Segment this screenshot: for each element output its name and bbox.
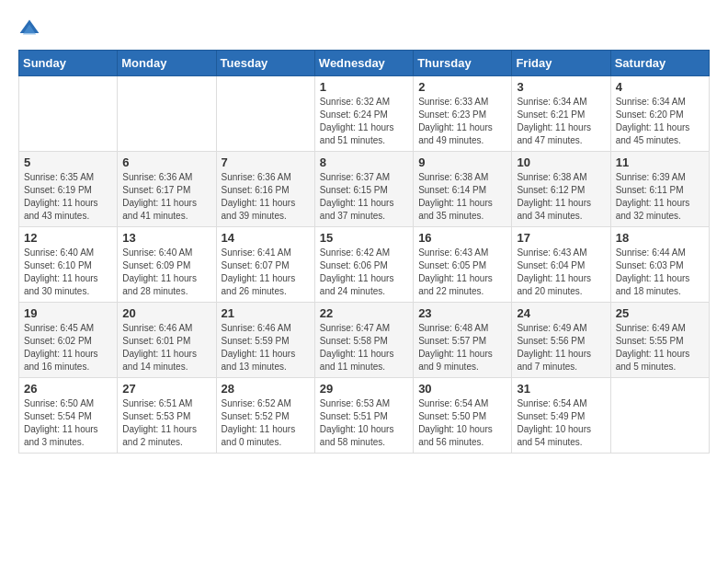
day-info: Sunrise: 6:38 AM Sunset: 6:14 PM Dayligh…: [418, 171, 506, 223]
day-of-week-header: Monday: [118, 51, 216, 76]
day-number: 9: [418, 155, 506, 169]
day-info: Sunrise: 6:41 AM Sunset: 6:07 PM Dayligh…: [222, 247, 310, 298]
day-number: 29: [320, 382, 408, 396]
calendar-cell: 21Sunrise: 6:46 AM Sunset: 5:59 PM Dayli…: [216, 303, 314, 378]
day-info: Sunrise: 6:36 AM Sunset: 6:16 PM Dayligh…: [222, 171, 310, 223]
calendar-cell: 7Sunrise: 6:36 AM Sunset: 6:16 PM Daylig…: [216, 152, 314, 227]
day-info: Sunrise: 6:40 AM Sunset: 6:09 PM Dayligh…: [122, 247, 210, 298]
day-info: Sunrise: 6:47 AM Sunset: 5:58 PM Dayligh…: [320, 322, 408, 373]
day-number: 13: [122, 231, 210, 245]
calendar-cell: 11Sunrise: 6:39 AM Sunset: 6:11 PM Dayli…: [610, 152, 709, 227]
calendar-cell: 16Sunrise: 6:43 AM Sunset: 6:05 PM Dayli…: [414, 227, 512, 303]
calendar-cell: 25Sunrise: 6:49 AM Sunset: 5:55 PM Dayli…: [610, 303, 709, 378]
day-info: Sunrise: 6:49 AM Sunset: 5:56 PM Dayligh…: [517, 322, 605, 373]
calendar-week-row: 1Sunrise: 6:32 AM Sunset: 6:24 PM Daylig…: [19, 76, 710, 152]
calendar-cell: [216, 76, 314, 152]
day-number: 5: [24, 155, 112, 169]
day-number: 21: [222, 306, 310, 320]
day-info: Sunrise: 6:34 AM Sunset: 6:21 PM Dayligh…: [517, 96, 605, 147]
calendar-cell: 6Sunrise: 6:36 AM Sunset: 6:17 PM Daylig…: [118, 152, 216, 227]
logo-icon: [18, 18, 40, 40]
calendar-cell: 19Sunrise: 6:45 AM Sunset: 6:02 PM Dayli…: [19, 303, 118, 378]
day-number: 8: [320, 155, 408, 169]
calendar-cell: 29Sunrise: 6:53 AM Sunset: 5:51 PM Dayli…: [314, 378, 413, 454]
day-number: 11: [616, 155, 704, 169]
calendar-cell: 24Sunrise: 6:49 AM Sunset: 5:56 PM Dayli…: [512, 303, 610, 378]
day-info: Sunrise: 6:39 AM Sunset: 6:11 PM Dayligh…: [616, 171, 704, 223]
day-info: Sunrise: 6:54 AM Sunset: 5:50 PM Dayligh…: [418, 397, 506, 449]
day-info: Sunrise: 6:36 AM Sunset: 6:17 PM Dayligh…: [122, 171, 210, 223]
calendar-cell: 8Sunrise: 6:37 AM Sunset: 6:15 PM Daylig…: [314, 152, 413, 227]
day-info: Sunrise: 6:43 AM Sunset: 6:04 PM Dayligh…: [517, 247, 605, 298]
page-header: [18, 18, 710, 40]
calendar-cell: 14Sunrise: 6:41 AM Sunset: 6:07 PM Dayli…: [216, 227, 314, 303]
calendar-cell: 26Sunrise: 6:50 AM Sunset: 5:54 PM Dayli…: [19, 378, 118, 454]
day-number: 1: [320, 80, 408, 94]
calendar-cell: 13Sunrise: 6:40 AM Sunset: 6:09 PM Dayli…: [118, 227, 216, 303]
day-number: 16: [418, 231, 506, 245]
day-number: 17: [517, 231, 605, 245]
day-number: 7: [222, 155, 310, 169]
day-of-week-header: Tuesday: [216, 51, 314, 76]
day-number: 31: [517, 382, 605, 396]
day-info: Sunrise: 6:44 AM Sunset: 6:03 PM Dayligh…: [616, 247, 704, 298]
calendar-cell: 15Sunrise: 6:42 AM Sunset: 6:06 PM Dayli…: [314, 227, 413, 303]
day-number: 19: [24, 306, 112, 320]
day-info: Sunrise: 6:50 AM Sunset: 5:54 PM Dayligh…: [24, 397, 112, 449]
calendar-cell: 22Sunrise: 6:47 AM Sunset: 5:58 PM Dayli…: [314, 303, 413, 378]
calendar-table: SundayMondayTuesdayWednesdayThursdayFrid…: [18, 50, 710, 454]
logo: [18, 18, 44, 40]
day-info: Sunrise: 6:35 AM Sunset: 6:19 PM Dayligh…: [24, 171, 112, 223]
day-info: Sunrise: 6:42 AM Sunset: 6:06 PM Dayligh…: [320, 247, 408, 298]
day-info: Sunrise: 6:32 AM Sunset: 6:24 PM Dayligh…: [320, 96, 408, 147]
day-of-week-header: Friday: [512, 51, 610, 76]
calendar-cell: 17Sunrise: 6:43 AM Sunset: 6:04 PM Dayli…: [512, 227, 610, 303]
day-number: 26: [24, 382, 112, 396]
calendar-week-row: 5Sunrise: 6:35 AM Sunset: 6:19 PM Daylig…: [19, 152, 710, 227]
day-number: 23: [418, 306, 506, 320]
calendar-cell: 18Sunrise: 6:44 AM Sunset: 6:03 PM Dayli…: [610, 227, 709, 303]
day-info: Sunrise: 6:51 AM Sunset: 5:53 PM Dayligh…: [122, 397, 210, 449]
calendar-cell: 12Sunrise: 6:40 AM Sunset: 6:10 PM Dayli…: [19, 227, 118, 303]
day-info: Sunrise: 6:40 AM Sunset: 6:10 PM Dayligh…: [24, 247, 112, 298]
calendar-cell: 1Sunrise: 6:32 AM Sunset: 6:24 PM Daylig…: [314, 76, 413, 152]
calendar-header-row: SundayMondayTuesdayWednesdayThursdayFrid…: [19, 51, 710, 76]
day-of-week-header: Sunday: [19, 51, 118, 76]
day-number: 14: [222, 231, 310, 245]
day-info: Sunrise: 6:54 AM Sunset: 5:49 PM Dayligh…: [517, 397, 605, 449]
day-number: 15: [320, 231, 408, 245]
day-number: 22: [320, 306, 408, 320]
day-number: 24: [517, 306, 605, 320]
day-number: 3: [517, 80, 605, 94]
day-of-week-header: Thursday: [414, 51, 512, 76]
day-of-week-header: Saturday: [610, 51, 709, 76]
day-number: 12: [24, 231, 112, 245]
calendar-cell: 20Sunrise: 6:46 AM Sunset: 6:01 PM Dayli…: [118, 303, 216, 378]
day-of-week-header: Wednesday: [314, 51, 413, 76]
day-info: Sunrise: 6:46 AM Sunset: 6:01 PM Dayligh…: [122, 322, 210, 373]
day-info: Sunrise: 6:53 AM Sunset: 5:51 PM Dayligh…: [320, 397, 408, 449]
calendar-cell: 3Sunrise: 6:34 AM Sunset: 6:21 PM Daylig…: [512, 76, 610, 152]
calendar-cell: 30Sunrise: 6:54 AM Sunset: 5:50 PM Dayli…: [414, 378, 512, 454]
day-info: Sunrise: 6:49 AM Sunset: 5:55 PM Dayligh…: [616, 322, 704, 373]
day-info: Sunrise: 6:33 AM Sunset: 6:23 PM Dayligh…: [418, 96, 506, 147]
calendar-week-row: 12Sunrise: 6:40 AM Sunset: 6:10 PM Dayli…: [19, 227, 710, 303]
calendar-cell: 10Sunrise: 6:38 AM Sunset: 6:12 PM Dayli…: [512, 152, 610, 227]
day-number: 27: [122, 382, 210, 396]
day-info: Sunrise: 6:43 AM Sunset: 6:05 PM Dayligh…: [418, 247, 506, 298]
calendar-cell: 31Sunrise: 6:54 AM Sunset: 5:49 PM Dayli…: [512, 378, 610, 454]
day-number: 20: [122, 306, 210, 320]
calendar-cell: 2Sunrise: 6:33 AM Sunset: 6:23 PM Daylig…: [414, 76, 512, 152]
day-number: 4: [616, 80, 704, 94]
calendar-week-row: 19Sunrise: 6:45 AM Sunset: 6:02 PM Dayli…: [19, 303, 710, 378]
calendar-cell: 23Sunrise: 6:48 AM Sunset: 5:57 PM Dayli…: [414, 303, 512, 378]
day-info: Sunrise: 6:48 AM Sunset: 5:57 PM Dayligh…: [418, 322, 506, 373]
day-info: Sunrise: 6:46 AM Sunset: 5:59 PM Dayligh…: [222, 322, 310, 373]
day-info: Sunrise: 6:45 AM Sunset: 6:02 PM Dayligh…: [24, 322, 112, 373]
day-number: 30: [418, 382, 506, 396]
day-info: Sunrise: 6:38 AM Sunset: 6:12 PM Dayligh…: [517, 171, 605, 223]
calendar-cell: 28Sunrise: 6:52 AM Sunset: 5:52 PM Dayli…: [216, 378, 314, 454]
calendar-cell: 5Sunrise: 6:35 AM Sunset: 6:19 PM Daylig…: [19, 152, 118, 227]
day-info: Sunrise: 6:52 AM Sunset: 5:52 PM Dayligh…: [222, 397, 310, 449]
day-info: Sunrise: 6:34 AM Sunset: 6:20 PM Dayligh…: [616, 96, 704, 147]
